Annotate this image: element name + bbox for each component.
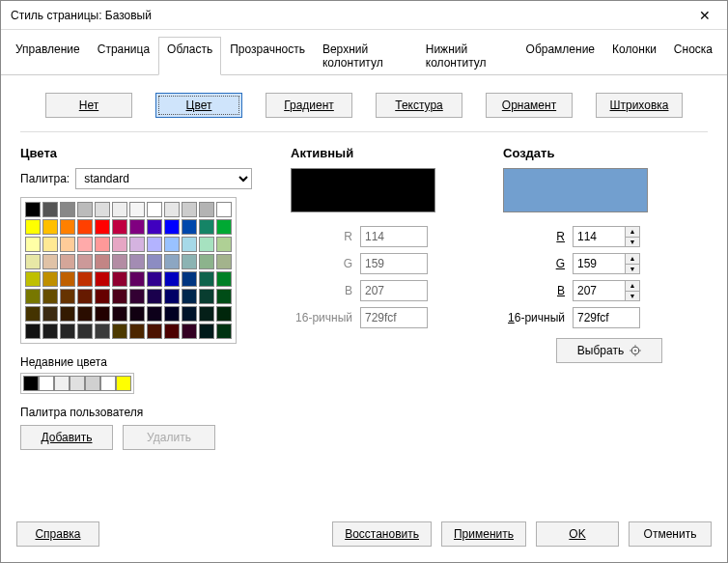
color-swatch[interactable]	[95, 219, 110, 235]
color-swatch[interactable]	[112, 254, 127, 269]
spin-down-icon[interactable]: ▼	[626, 265, 639, 274]
color-swatch[interactable]	[199, 289, 214, 304]
color-swatch[interactable]	[95, 254, 110, 269]
color-swatch[interactable]	[147, 306, 162, 322]
color-swatch[interactable]	[77, 289, 93, 304]
color-swatch[interactable]	[25, 306, 41, 322]
color-swatch[interactable]	[95, 271, 110, 287]
color-swatch[interactable]	[77, 271, 93, 287]
tab-footer[interactable]: Нижний колонтитул	[417, 37, 518, 75]
close-icon[interactable]: ✕	[683, 1, 727, 30]
color-swatch[interactable]	[164, 271, 180, 287]
color-swatch[interactable]	[42, 202, 58, 217]
color-swatch[interactable]	[216, 237, 232, 252]
recent-swatch[interactable]	[116, 376, 131, 391]
color-swatch[interactable]	[95, 202, 110, 217]
color-swatch[interactable]	[216, 306, 232, 322]
color-swatch[interactable]	[42, 237, 58, 252]
color-swatch[interactable]	[216, 324, 232, 339]
spin-up-icon[interactable]: ▲	[626, 281, 639, 292]
color-swatch[interactable]	[164, 306, 180, 322]
color-swatch[interactable]	[182, 324, 197, 339]
color-swatch[interactable]	[42, 254, 58, 269]
color-swatch[interactable]	[199, 237, 214, 252]
color-swatch[interactable]	[129, 237, 145, 252]
color-swatch[interactable]	[129, 306, 145, 322]
color-swatch[interactable]	[77, 324, 93, 339]
color-swatch[interactable]	[77, 219, 93, 235]
color-swatch[interactable]	[60, 202, 75, 217]
color-swatch[interactable]	[129, 271, 145, 287]
color-swatch[interactable]	[129, 324, 145, 339]
color-swatch[interactable]	[147, 219, 162, 235]
color-swatch[interactable]	[60, 271, 75, 287]
fill-gradient-button[interactable]: Градиент	[266, 93, 352, 118]
color-swatch[interactable]	[95, 324, 110, 339]
color-swatch[interactable]	[112, 219, 127, 235]
color-swatch[interactable]	[147, 254, 162, 269]
color-swatch-grid[interactable]	[20, 197, 237, 344]
spin-up-icon[interactable]: ▲	[626, 254, 639, 265]
color-swatch[interactable]	[112, 202, 127, 217]
tab-header[interactable]: Верхний колонтитул	[314, 37, 417, 75]
color-swatch[interactable]	[164, 324, 180, 339]
tab-area[interactable]: Область	[158, 37, 221, 75]
color-swatch[interactable]	[129, 202, 145, 217]
color-swatch[interactable]	[77, 202, 93, 217]
color-swatch[interactable]	[112, 237, 127, 252]
new-g-spinner[interactable]: 159 ▲▼	[573, 253, 640, 274]
recent-swatch[interactable]	[100, 376, 116, 391]
color-swatch[interactable]	[112, 289, 127, 304]
recent-swatch[interactable]	[54, 376, 70, 391]
spin-down-icon[interactable]: ▼	[626, 292, 639, 301]
color-swatch[interactable]	[182, 202, 197, 217]
tab-management[interactable]: Управление	[7, 37, 89, 75]
ok-button[interactable]: OK	[536, 521, 619, 547]
color-swatch[interactable]	[147, 237, 162, 252]
color-swatch[interactable]	[95, 289, 110, 304]
color-swatch[interactable]	[77, 254, 93, 269]
apply-button[interactable]: Применить	[441, 521, 526, 547]
recent-swatch[interactable]	[85, 376, 100, 391]
color-swatch[interactable]	[25, 237, 41, 252]
color-swatch[interactable]	[182, 237, 197, 252]
new-g-value[interactable]: 159	[573, 253, 625, 274]
fill-none-button[interactable]: Нет	[45, 93, 132, 118]
fill-pattern-button[interactable]: Орнамент	[486, 93, 573, 118]
color-swatch[interactable]	[164, 202, 180, 217]
new-r-spinner[interactable]: 114 ▲▼	[573, 226, 640, 247]
color-swatch[interactable]	[199, 324, 214, 339]
color-swatch[interactable]	[216, 202, 232, 217]
color-swatch[interactable]	[25, 202, 41, 217]
color-swatch[interactable]	[164, 254, 180, 269]
color-swatch[interactable]	[42, 306, 58, 322]
color-swatch[interactable]	[199, 271, 214, 287]
new-r-value[interactable]: 114	[573, 226, 625, 247]
tab-page[interactable]: Страница	[89, 37, 158, 75]
new-b-spinner[interactable]: 207 ▲▼	[573, 280, 640, 301]
color-swatch[interactable]	[182, 271, 197, 287]
color-swatch[interactable]	[216, 254, 232, 269]
color-swatch[interactable]	[129, 254, 145, 269]
reset-button[interactable]: Восстановить	[332, 521, 432, 547]
recent-swatch[interactable]	[39, 376, 54, 391]
color-swatch[interactable]	[42, 324, 58, 339]
color-swatch[interactable]	[60, 254, 75, 269]
color-swatch[interactable]	[77, 237, 93, 252]
color-swatch[interactable]	[182, 254, 197, 269]
color-swatch[interactable]	[42, 271, 58, 287]
color-swatch[interactable]	[164, 237, 180, 252]
color-swatch[interactable]	[95, 237, 110, 252]
delete-color-button[interactable]: Удалить	[123, 425, 215, 450]
recent-colors-row[interactable]	[20, 373, 134, 394]
color-swatch[interactable]	[164, 219, 180, 235]
tab-transparency[interactable]: Прозрачность	[221, 37, 314, 75]
color-swatch[interactable]	[216, 271, 232, 287]
add-color-button[interactable]: Добавить	[20, 425, 113, 450]
color-swatch[interactable]	[60, 306, 75, 322]
color-swatch[interactable]	[60, 219, 75, 235]
new-b-value[interactable]: 207	[573, 280, 625, 301]
fill-color-button[interactable]: Цвет	[155, 93, 242, 118]
color-swatch[interactable]	[112, 271, 127, 287]
color-swatch[interactable]	[129, 219, 145, 235]
